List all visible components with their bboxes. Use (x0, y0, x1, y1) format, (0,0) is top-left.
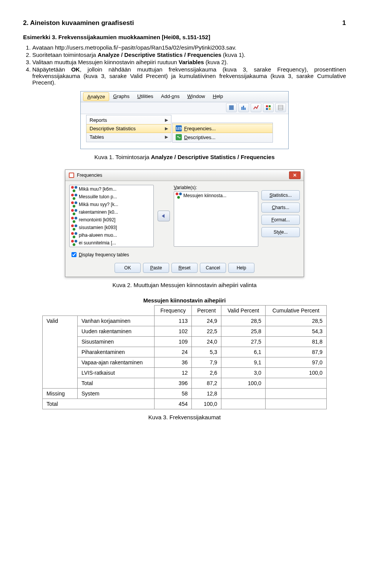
table-header-row: Frequency Percent Valid Percent Cumulati… (43, 306, 327, 316)
steps-list: Avataan http://users.metropolia.fi/~pasi… (23, 44, 346, 86)
display-frequency-tables-checkbox[interactable] (71, 252, 76, 257)
list-item[interactable]: remontointi [k092] (70, 216, 153, 224)
toolbar-icon-2[interactable] (238, 103, 249, 112)
menu-addons[interactable]: Add-ons (157, 92, 183, 101)
menu-reports[interactable]: Reports▶ (86, 116, 171, 124)
menu-frequencies[interactable]: 123 Frequencies... (173, 124, 273, 133)
svg-rect-8 (278, 105, 283, 110)
nominal-icon (176, 193, 182, 199)
list-item[interactable]: Messujen kiinnosta... (174, 192, 258, 199)
available-variables-list[interactable]: Mikä muu? [k6m... Messuille tulon p... M… (69, 185, 154, 247)
step-3: Valitaan muuttuja Messujen kiinnostavin … (32, 59, 346, 65)
col-valid-percent: Valid Percent (221, 306, 266, 316)
nominal-icon (71, 232, 77, 238)
table-row: Valid Vanhan korjaaminen 113 24,9 28,5 2… (43, 316, 327, 326)
page-header: 2. Aineiston kuvaaminen graafisesti 1 (23, 19, 346, 27)
spss-toolbar (81, 102, 288, 114)
menu-window[interactable]: Window (183, 92, 209, 101)
spss-menubar: AAnalyzenalyze Graphs Utilities Add-ons … (81, 91, 288, 102)
selected-variables-list[interactable]: Messujen kiinnosta... (174, 191, 258, 247)
kuva2-caption: Kuva 2. Muuttujan Messujen kiinnostavin … (23, 282, 346, 288)
toolbar-icon-1[interactable] (226, 103, 237, 112)
svg-rect-7 (269, 108, 271, 110)
close-button[interactable]: ✕ (289, 171, 301, 179)
frequencies-dialog: Frequencies ✕ Mikä muu? [k6m... Messuill… (65, 169, 304, 277)
menu-utilities[interactable]: Utilities (133, 92, 157, 101)
svg-rect-5 (269, 105, 271, 107)
svg-rect-4 (266, 105, 268, 107)
nominal-icon (71, 240, 77, 246)
svg-rect-2 (243, 106, 244, 110)
list-item[interactable]: ei suunnitelmia [... (70, 239, 153, 247)
submenu-arrow-icon: ▶ (165, 126, 168, 131)
dialog-icon (68, 172, 75, 178)
list-item[interactable]: Mikä muu syy? [k... (70, 201, 153, 208)
kuva3-caption: Kuva 3. Frekvenssijakaumat (23, 414, 346, 420)
toolbar-icon-4[interactable] (263, 103, 274, 112)
menu-analyze[interactable]: AAnalyzenalyze (83, 92, 109, 101)
toolbar-icon-5[interactable] (275, 103, 286, 112)
menu-help[interactable]: Help (209, 92, 227, 101)
group-total: Total (43, 399, 155, 409)
reset-button[interactable]: Reset (171, 263, 198, 273)
step-4: Näpäytetään OK, jolloin nähdään muuttuja… (32, 66, 346, 86)
example-subtitle: Esimerkki 3. Frekvenssijakaumien muokkaa… (23, 34, 346, 40)
nominal-icon (71, 186, 77, 192)
toolbar-icon-3[interactable] (251, 103, 261, 112)
variables-label: Variable(s): (174, 185, 258, 190)
output-table-title: Messujen kiinnostavin aihepiiri (23, 297, 346, 304)
spss-menu-screenshot: AAnalyzenalyze Graphs Utilities Add-ons … (80, 91, 289, 149)
table-row: Sisustaminen 109 24,0 27,5 81,8 (43, 337, 327, 347)
menu-descriptive-statistics[interactable]: Descriptive Statistics▶ (86, 124, 171, 133)
menu-graphs[interactable]: Graphs (109, 92, 133, 101)
style-button[interactable]: Style... (261, 227, 300, 237)
kuva1-caption: Kuva 1. Toimintosarja Analyze / Descript… (23, 154, 346, 160)
dialog-titlebar: Frequencies ✕ (65, 170, 304, 181)
submenu-arrow-icon: ▶ (165, 118, 168, 123)
col-frequency: Frequency (155, 306, 192, 316)
step-1: Avataan http://users.metropolia.fi/~pasi… (32, 44, 346, 51)
selected-variables-panel: Variable(s): Messujen kiinnosta... (174, 185, 258, 247)
help-button[interactable]: Help (228, 263, 254, 273)
submenu-arrow-icon: ▶ (165, 135, 168, 140)
table-row-valid-total: Total 396 87,2 100,0 (43, 378, 327, 389)
table-row: LVIS-ratkaisut 12 2,6 3,0 100,0 (43, 368, 327, 378)
col-cumulative-percent: Cumulative Percent (265, 306, 326, 316)
nominal-icon (71, 194, 77, 200)
list-item[interactable]: Messuille tulon p... (70, 193, 153, 201)
move-variable-button[interactable] (158, 211, 170, 221)
svg-rect-0 (229, 105, 234, 110)
ok-button[interactable]: OK (115, 263, 141, 273)
nominal-icon (71, 217, 77, 223)
group-missing: Missing (43, 389, 78, 399)
col-percent: Percent (192, 306, 221, 316)
list-item[interactable]: Mikä muu? [k6m... (70, 185, 153, 193)
list-item[interactable]: rakentaminen [k0... (70, 208, 153, 216)
menu-tables[interactable]: Tables▶ (86, 133, 171, 141)
paste-button[interactable]: Paste (143, 263, 169, 273)
dialog-bottom-buttons: OK Paste Reset Cancel Help (65, 261, 304, 277)
table-row-missing: Missing System 58 12,8 (43, 389, 327, 399)
table-row-total: Total 454 100,0 (43, 399, 327, 409)
svg-rect-1 (241, 107, 243, 110)
list-item[interactable]: piha-alueen muo... (70, 231, 153, 239)
nominal-icon (71, 209, 77, 215)
display-frequency-tables-row: Display frequency tables (65, 249, 304, 261)
format-button[interactable]: Format... (261, 215, 300, 225)
group-valid: Valid (43, 316, 78, 389)
list-item[interactable]: Monesko kerta Py... (70, 247, 153, 247)
step-2: Suoritetaan toimintosarja Analyze / Desc… (32, 51, 346, 58)
statistics-button[interactable]: Statistics... (261, 190, 300, 200)
table-row: Uuden rakentaminen 102 22,5 25,8 54,3 (43, 326, 327, 337)
available-variables-panel: Mikä muu? [k6m... Messuille tulon p... M… (69, 185, 154, 247)
nominal-icon (71, 224, 77, 231)
list-item[interactable]: sisustamien [k093] (70, 224, 153, 231)
table-row: Vapaa-ajan rakentaminen 36 7,9 9,1 97,0 (43, 357, 327, 368)
descriptives-icon (176, 134, 182, 140)
spss-dropdowns: Reports▶ Descriptive Statistics▶ Tables▶… (81, 114, 288, 149)
svg-rect-3 (244, 108, 246, 110)
cancel-button[interactable]: Cancel (200, 263, 226, 273)
menu-descriptives[interactable]: Descriptives... (173, 133, 273, 141)
charts-button[interactable]: Charts... (261, 203, 300, 213)
page-title: 2. Aineiston kuvaaminen graafisesti (23, 19, 134, 27)
